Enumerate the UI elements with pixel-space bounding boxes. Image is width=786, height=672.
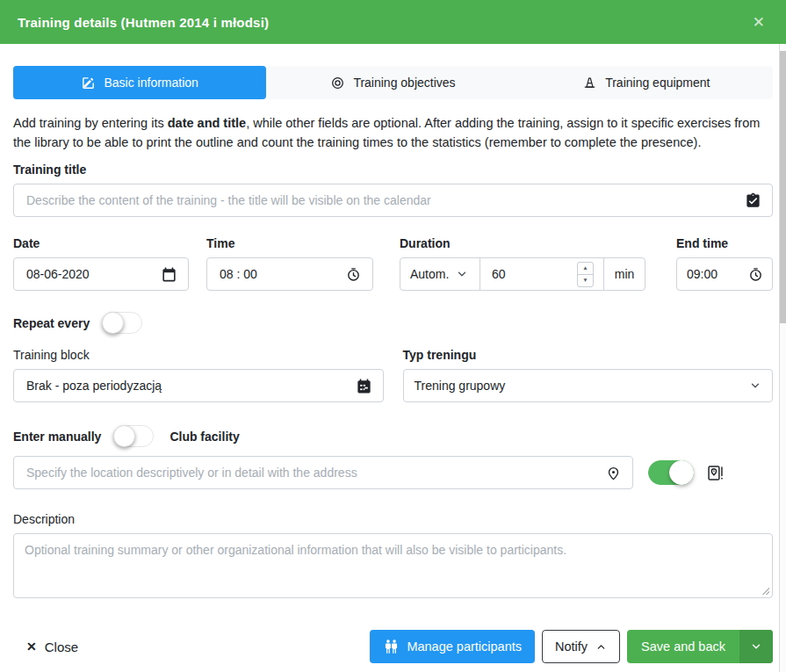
save-dropdown-toggle[interactable]	[739, 630, 773, 663]
chevron-down-icon	[749, 379, 761, 392]
end-time-label: End time	[676, 236, 773, 250]
date-label: Date	[13, 236, 189, 250]
end-time-field	[676, 257, 773, 291]
tab-training-objectives[interactable]: Training objectives	[266, 66, 519, 99]
training-block-input[interactable]	[25, 378, 349, 394]
location-input[interactable]	[25, 465, 598, 481]
description-label: Description	[13, 512, 773, 526]
manage-participants-label: Manage participants	[407, 639, 522, 654]
toggle-knob	[102, 312, 124, 334]
modal-title: Training details (Hutmen 2014 i młodsi)	[18, 15, 269, 30]
map-pin-icon[interactable]	[605, 465, 622, 481]
close-icon[interactable]: ✕	[753, 15, 768, 30]
intro-text: Add training by entering its date and ti…	[13, 113, 773, 152]
modal-header: Training details (Hutmen 2014 i młodsi) …	[0, 0, 786, 44]
notify-label: Notify	[555, 639, 588, 654]
club-facility-map-icon[interactable]	[706, 464, 725, 482]
duration-unit: min	[603, 257, 645, 291]
tab-label: Basic information	[104, 76, 198, 90]
duration-value-field: ▲▼	[480, 257, 604, 291]
edit-icon	[81, 76, 96, 90]
training-title-label: Training title	[13, 163, 773, 177]
close-button[interactable]: ✕ Close	[26, 639, 78, 654]
toggle-knob	[669, 460, 694, 485]
people-icon	[383, 639, 400, 655]
clock-icon[interactable]	[345, 266, 362, 283]
training-type-label: Typ treningu	[403, 348, 774, 362]
club-facility-toggle[interactable]	[648, 460, 694, 485]
stepper-down-icon[interactable]: ▼	[578, 275, 593, 286]
location-field	[13, 456, 633, 489]
training-title-input[interactable]	[25, 192, 738, 208]
toggle-knob	[113, 425, 135, 447]
club-facility-label: Club facility	[169, 430, 239, 444]
periodization-calendar-icon[interactable]	[356, 378, 372, 394]
clock-icon[interactable]	[747, 266, 764, 283]
training-block-label: Training block	[13, 348, 384, 362]
calendar-icon[interactable]	[161, 266, 177, 283]
date-field	[13, 257, 189, 291]
description-field	[13, 533, 773, 598]
enter-manually-toggle[interactable]	[113, 425, 154, 447]
scrollbar-thumb[interactable]	[780, 51, 786, 323]
duration-label: Duration	[400, 236, 645, 250]
number-stepper[interactable]: ▲▼	[577, 262, 594, 287]
time-input[interactable]	[218, 266, 338, 282]
duration-input[interactable]	[490, 266, 546, 282]
date-input[interactable]	[25, 266, 154, 282]
close-icon: ✕	[26, 639, 37, 654]
training-type-select[interactable]: Trening grupowy	[403, 369, 774, 402]
cone-icon	[582, 76, 597, 90]
vertical-scrollbar[interactable]	[779, 44, 786, 672]
save-label[interactable]: Save and back	[627, 630, 739, 663]
tab-bar: Basic information Training objectives Tr…	[13, 66, 773, 99]
clipboard-check-icon[interactable]	[745, 192, 761, 209]
end-time-input[interactable]	[685, 266, 746, 282]
manage-participants-button[interactable]: Manage participants	[370, 630, 535, 663]
intro-bold: date and title	[168, 116, 246, 130]
training-block-field[interactable]	[13, 369, 384, 402]
close-label: Close	[45, 639, 78, 654]
chevron-down-icon	[750, 640, 762, 653]
repeat-every-toggle[interactable]	[102, 312, 142, 334]
tab-training-equipment[interactable]: Training equipment	[520, 66, 773, 99]
repeat-every-label: Repeat every	[13, 316, 90, 330]
time-field	[206, 257, 373, 291]
save-and-back-button[interactable]: Save and back	[627, 630, 773, 663]
training-title-field	[13, 184, 773, 217]
time-label: Time	[206, 236, 373, 250]
enter-manually-label: Enter manually	[13, 430, 101, 444]
chevron-down-icon	[456, 268, 468, 280]
description-input[interactable]	[14, 534, 772, 597]
tab-label: Training equipment	[605, 76, 710, 90]
target-icon	[330, 76, 345, 90]
chevron-up-icon	[595, 641, 607, 653]
tab-basic-information[interactable]: Basic information	[13, 66, 266, 99]
notify-button[interactable]: Notify	[542, 630, 620, 663]
stepper-up-icon[interactable]: ▲	[578, 263, 593, 275]
tab-label: Training objectives	[353, 76, 455, 90]
duration-mode-select[interactable]: Autom.	[400, 257, 480, 291]
duration-group: Autom. ▲▼ min	[400, 257, 645, 291]
